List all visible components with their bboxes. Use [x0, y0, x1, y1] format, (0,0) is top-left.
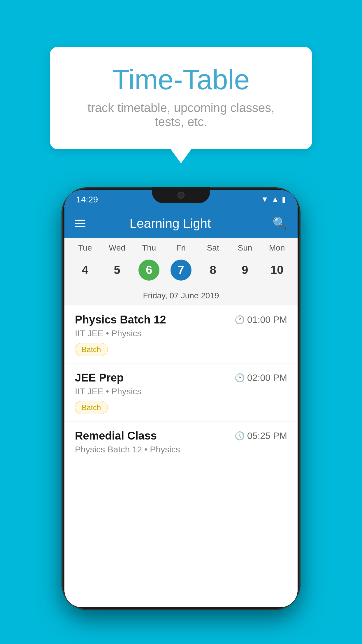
day-circle-9: 9: [234, 260, 255, 281]
phone-body: 14:29 ▼ ▲ ▮ Learning Light 🔍: [61, 187, 301, 610]
day-circle-10: 10: [266, 260, 287, 281]
day-10[interactable]: 10: [261, 256, 293, 284]
schedule-item-jee-prep[interactable]: JEE Prep 🕑 02:00 PM IIT JEE • Physics Ba…: [64, 363, 298, 421]
day-circle-6: 6: [138, 260, 159, 281]
signal-icon: ▲: [271, 195, 279, 204]
schedule-item-subtitle-3: Physics Batch 12 • Physics: [75, 444, 287, 454]
schedule-item-time-value-2: 02:00 PM: [247, 372, 287, 383]
day-header-fri: Fri: [165, 243, 197, 253]
day-7[interactable]: 7: [165, 256, 197, 284]
bubble-title: Time-Table: [73, 64, 289, 95]
schedule-item-title-2: JEE Prep: [75, 372, 124, 384]
schedule-item-title-1: Physics Batch 12: [75, 314, 166, 326]
bubble-subtitle: track timetable, upcoming classes, tests…: [73, 101, 289, 129]
app-bar: Learning Light 🔍: [64, 209, 298, 238]
day-header-sat: Sat: [197, 243, 229, 253]
hamburger-line-2: [75, 223, 85, 224]
day-header-mon: Mon: [261, 243, 293, 253]
clock-icon-3: 🕔: [235, 431, 245, 441]
day-circle-5: 5: [107, 260, 128, 281]
schedule-item-physics-batch[interactable]: Physics Batch 12 🕐 01:00 PM IIT JEE • Ph…: [64, 305, 298, 363]
phone-camera: [178, 192, 184, 199]
phone-mockup: 14:29 ▼ ▲ ▮ Learning Light 🔍: [61, 187, 301, 610]
status-icons: ▼ ▲ ▮: [261, 195, 286, 204]
schedule-item-time-1: 🕐 01:00 PM: [235, 314, 287, 325]
batch-tag-2: Batch: [75, 401, 108, 414]
app-title: Learning Light: [92, 216, 248, 231]
schedule-item-time-2: 🕑 02:00 PM: [235, 372, 287, 383]
hamburger-line-3: [75, 226, 85, 227]
day-8[interactable]: 8: [197, 256, 229, 284]
speech-bubble: Time-Table track timetable, upcoming cla…: [50, 47, 312, 149]
hamburger-line-1: [75, 220, 85, 221]
schedule-item-top-2: JEE Prep 🕑 02:00 PM: [75, 372, 287, 384]
day-9[interactable]: 9: [229, 256, 261, 284]
phone-screen: 14:29 ▼ ▲ ▮ Learning Light 🔍: [64, 190, 298, 607]
wifi-icon: ▼: [261, 195, 269, 204]
schedule-item-title-3: Remedial Class: [75, 430, 157, 442]
batch-tag-1: Batch: [75, 343, 108, 356]
day-6[interactable]: 6: [133, 256, 165, 284]
schedule-item-remedial[interactable]: Remedial Class 🕔 05:25 PM Physics Batch …: [64, 421, 298, 466]
schedule-item-time-value-3: 05:25 PM: [247, 430, 287, 441]
schedule-list: Physics Batch 12 🕐 01:00 PM IIT JEE • Ph…: [64, 305, 298, 607]
schedule-item-subtitle-2: IIT JEE • Physics: [75, 386, 287, 396]
menu-button[interactable]: [75, 220, 85, 227]
day-headers: Tue Wed Thu Fri Sat Sun Mon: [64, 238, 298, 255]
schedule-item-top-1: Physics Batch 12 🕐 01:00 PM: [75, 314, 287, 326]
day-header-tue: Tue: [69, 243, 101, 253]
day-circle-8: 8: [203, 260, 224, 281]
day-4[interactable]: 4: [69, 256, 101, 284]
screen-content: 14:29 ▼ ▲ ▮ Learning Light 🔍: [64, 190, 298, 607]
clock-icon-1: 🕐: [235, 315, 245, 325]
battery-icon: ▮: [282, 195, 286, 204]
schedule-item-time-value-1: 01:00 PM: [247, 314, 287, 325]
day-numbers: 4 5 6 7 8: [64, 255, 298, 289]
selected-date-label: Friday, 07 June 2019: [64, 289, 298, 305]
phone-notch: [152, 187, 210, 203]
day-header-wed: Wed: [101, 243, 133, 253]
day-header-thu: Thu: [133, 243, 165, 253]
schedule-item-subtitle-1: IIT JEE • Physics: [75, 328, 287, 338]
clock-icon-2: 🕑: [235, 373, 245, 383]
day-circle-4: 4: [75, 260, 96, 281]
day-circle-7: 7: [171, 260, 191, 281]
calendar-section: Tue Wed Thu Fri Sat Sun Mon 4 5: [64, 238, 298, 305]
day-5[interactable]: 5: [101, 256, 133, 284]
schedule-item-top-3: Remedial Class 🕔 05:25 PM: [75, 430, 287, 442]
schedule-item-time-3: 🕔 05:25 PM: [235, 430, 287, 441]
speech-bubble-section: Time-Table track timetable, upcoming cla…: [50, 47, 312, 149]
search-icon[interactable]: 🔍: [273, 216, 287, 230]
day-header-sun: Sun: [229, 243, 261, 253]
status-time: 14:29: [76, 195, 98, 204]
